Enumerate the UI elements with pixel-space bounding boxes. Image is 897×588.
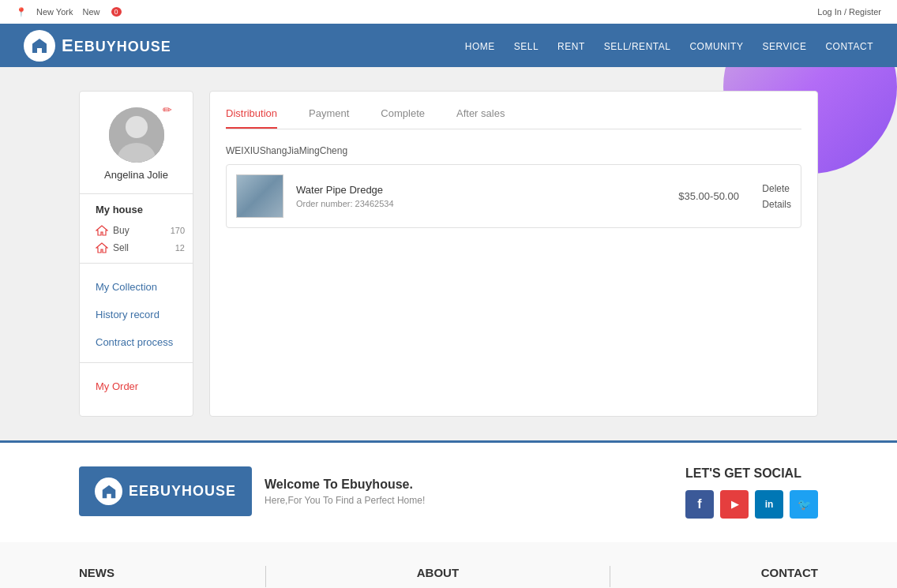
facebook-icon[interactable]: f xyxy=(685,490,714,519)
tabs: Distribution Payment Complete After sale… xyxy=(226,107,801,129)
my-house-title: My house xyxy=(80,204,143,215)
sidebar-buy-item[interactable]: Buy 170 xyxy=(80,222,193,239)
order-delete-link[interactable]: Delete xyxy=(762,183,790,194)
logo-icon xyxy=(24,30,55,62)
nav-sell-rental[interactable]: SELL/RENTAL xyxy=(604,39,671,53)
store-label: WEIXIUShangJiaMingCheng xyxy=(226,145,801,156)
footer-logo-box: EEBUYHOUSE xyxy=(79,466,252,516)
order-number: Order number: 23462534 xyxy=(296,199,666,208)
sidebar: ✏ Angelina Jolie My house Buy 170 Sell 1… xyxy=(79,91,193,417)
nav-rent[interactable]: RENT xyxy=(557,39,585,53)
logo-text: EEBUYHOUSE xyxy=(62,36,171,56)
tab-complete[interactable]: Complete xyxy=(381,107,425,129)
sidebar-my-order-link[interactable]: My Order xyxy=(80,373,154,400)
avatar xyxy=(109,107,164,163)
svg-point-1 xyxy=(126,116,148,138)
tab-distribution[interactable]: Distribution xyxy=(226,107,277,129)
login-register-link[interactable]: Log In / Register xyxy=(817,7,881,17)
nav-sell[interactable]: SELL xyxy=(514,39,539,53)
auth-links[interactable]: Log In / Register xyxy=(817,7,881,17)
footer-welcome-subtitle: Here,For You To Find a Perfect Home! xyxy=(265,495,425,506)
footer-top: EEBUYHOUSE Welcome To Ebuyhouse. Here,Fo… xyxy=(0,440,897,542)
sell-count: 12 xyxy=(175,243,185,253)
footer-divider-2 xyxy=(610,566,610,587)
sidebar-history-link[interactable]: History record xyxy=(80,301,175,328)
order-thumbnail xyxy=(236,174,283,218)
sidebar-contract-link[interactable]: Contract process xyxy=(80,328,189,356)
footer-about-col: ABOUT xyxy=(417,566,459,587)
footer-contact-title: CONTACT xyxy=(761,566,818,579)
sidebar-divider-2 xyxy=(80,263,193,264)
user-name: Angelina Jolie xyxy=(104,169,168,181)
buy-house-icon xyxy=(96,225,108,236)
footer-about-title: ABOUT xyxy=(417,566,459,579)
top-bar-left: 📍 New York New 0 xyxy=(16,7,122,17)
social-icons: f ▶ in 🐦 xyxy=(685,490,818,519)
sell-house-icon xyxy=(96,242,108,253)
notification-badge[interactable]: 0 xyxy=(111,7,122,17)
order-number-value: 23462534 xyxy=(355,199,394,208)
order-price: $35.00-50.00 xyxy=(678,190,749,202)
nav-home[interactable]: HOME xyxy=(465,39,495,53)
nav-comunity[interactable]: COMUNITY xyxy=(689,39,743,53)
social-title: LET'S GET SOCIAL xyxy=(685,466,818,481)
sell-label: Sell xyxy=(113,242,129,253)
location-icon: 📍 xyxy=(16,7,27,17)
footer-tagline: Welcome To Ebuyhouse. Here,For You To Fi… xyxy=(265,478,425,506)
navbar-links: HOME SELL RENT SELL/RENTAL COMUNITY SERV… xyxy=(465,39,873,53)
sidebar-sell-item[interactable]: Sell 12 xyxy=(80,239,193,257)
nav-contact[interactable]: CONTACT xyxy=(825,39,873,53)
order-thumb-image xyxy=(237,175,283,217)
order-number-label: Order number: xyxy=(296,199,353,208)
order-card: Water Pipe Dredge Order number: 23462534… xyxy=(226,164,801,228)
footer-news-col: NEWS xyxy=(79,566,114,587)
sidebar-divider-1 xyxy=(80,193,193,194)
nav-service[interactable]: SERVICE xyxy=(762,39,806,53)
sidebar-collection-link[interactable]: My Collection xyxy=(80,273,173,301)
footer-divider-1 xyxy=(265,566,266,587)
footer-welcome-title: Welcome To Ebuyhouse. xyxy=(265,478,425,492)
content-area: Distribution Payment Complete After sale… xyxy=(209,91,818,417)
buy-label: Buy xyxy=(113,225,129,236)
youtube-icon[interactable]: ▶ xyxy=(720,490,749,519)
navbar-logo[interactable]: EEBUYHOUSE xyxy=(24,30,171,62)
buy-count: 170 xyxy=(171,226,185,235)
main-wrapper: ✏ Angelina Jolie My house Buy 170 Sell 1… xyxy=(0,67,897,440)
top-bar: 📍 New York New 0 Log In / Register xyxy=(0,0,897,24)
order-details-link[interactable]: Details xyxy=(762,199,791,210)
order-info: Water Pipe Dredge Order number: 23462534 xyxy=(296,184,666,208)
footer-contact-col: CONTACT xyxy=(761,566,818,587)
location-text: New York xyxy=(36,7,73,17)
notification-label: New xyxy=(82,7,99,17)
navbar: EEBUYHOUSE HOME SELL RENT SELL/RENTAL CO… xyxy=(0,24,897,67)
sidebar-divider-3 xyxy=(80,362,193,363)
footer-logo-icon xyxy=(95,478,122,505)
footer-news-title: NEWS xyxy=(79,566,114,579)
order-actions: Delete Details xyxy=(762,183,791,210)
footer-bottom: NEWS ABOUT CONTACT xyxy=(0,542,897,588)
twitter-icon[interactable]: 🐦 xyxy=(790,490,818,519)
tab-after-sales[interactable]: After sales xyxy=(456,107,505,129)
avatar-wrapper: ✏ xyxy=(109,107,164,163)
linkedin-icon[interactable]: in xyxy=(755,490,783,519)
tab-payment[interactable]: Payment xyxy=(309,107,349,129)
social-section: LET'S GET SOCIAL f ▶ in 🐦 xyxy=(685,466,818,519)
edit-profile-icon[interactable]: ✏ xyxy=(163,103,172,116)
logo-subtext: EBUYHOUSE xyxy=(74,39,171,54)
footer-logo-section: EEBUYHOUSE Welcome To Ebuyhouse. Here,Fo… xyxy=(79,466,425,516)
order-product-name: Water Pipe Dredge xyxy=(296,184,666,196)
footer-logo-text: EEBUYHOUSE xyxy=(129,483,236,500)
